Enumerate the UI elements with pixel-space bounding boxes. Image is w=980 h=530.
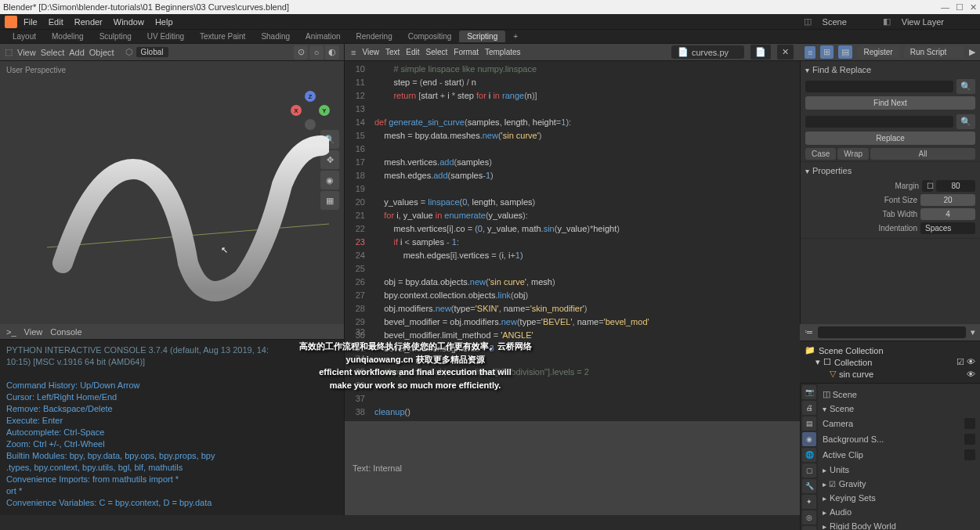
indent-value[interactable]: Spaces <box>920 222 975 234</box>
code-line[interactable]: 23 if i < samples - 1: <box>345 236 800 249</box>
tab-rendering[interactable]: Rendering <box>349 31 400 42</box>
prop-tab-render-icon[interactable]: 📷 <box>802 385 816 399</box>
prop-tab-world-icon[interactable]: 🌐 <box>802 448 816 462</box>
vp-menu-add[interactable]: Add <box>69 48 85 57</box>
prop-tab-viewlayer-icon[interactable]: ▤ <box>802 416 816 431</box>
te-menu-edit[interactable]: Edit <box>406 48 419 56</box>
tab-scripting[interactable]: Scripting <box>459 31 505 42</box>
prop-tab-modifier-icon[interactable]: 🔧 <box>802 479 816 493</box>
tab-layout[interactable]: Layout <box>5 31 44 42</box>
scene-section[interactable]: ▾ Scene <box>823 402 975 416</box>
outliner-object[interactable]: ▽sin curve👁 <box>805 368 975 380</box>
tab-animation[interactable]: Animation <box>298 31 348 42</box>
prop-tab-object-icon[interactable]: ▢ <box>802 463 816 478</box>
outliner-icon[interactable]: ≔ <box>805 327 813 337</box>
code-line[interactable]: 26 obj = bpy.data.objects.new('sin curve… <box>345 276 800 289</box>
prop-tab-constraint-icon[interactable]: ⛓ <box>802 526 816 530</box>
code-line[interactable]: 11 step = (end - start) / n <box>345 76 800 89</box>
code-line[interactable]: 29 bevel_modifier = obj.modifiers.new(ty… <box>345 315 800 329</box>
rigidbody-section[interactable]: ▸ Rigid Body World <box>823 519 975 530</box>
outliner-root[interactable]: 📁Scene Collection <box>805 344 975 356</box>
te-menu-select[interactable]: Select <box>426 48 448 56</box>
code-line[interactable]: 18 mesh.edges.add(samples-1) <box>345 169 800 182</box>
te-menu-text[interactable]: Text <box>385 48 400 56</box>
vp-menu-object[interactable]: Object <box>89 48 114 57</box>
menu-window[interactable]: Window <box>109 16 149 28</box>
prop-tab-output-icon[interactable]: 🖨 <box>802 401 816 415</box>
vp-menu-view[interactable]: View <box>17 48 36 57</box>
editor-type-icon[interactable]: ⬚ <box>5 47 13 57</box>
new-file-icon[interactable]: 📄 <box>750 45 771 59</box>
code-line[interactable]: 15 mesh = bpy.data.meshes.new('sin curve… <box>345 129 800 142</box>
prop-tab-scene-icon[interactable]: ◉ <box>802 432 816 446</box>
code-line[interactable]: 38cleanup() <box>345 406 800 419</box>
transform-orient[interactable]: Global <box>136 47 168 57</box>
code-line[interactable]: 25 <box>345 262 800 276</box>
tab-sculpting[interactable]: Sculpting <box>92 31 139 42</box>
code-line[interactable]: 27 bpy.context.collection.objects.link(o… <box>345 289 800 302</box>
blender-logo-icon[interactable] <box>5 16 17 28</box>
register-button[interactable]: Register <box>857 46 899 58</box>
code-line[interactable]: 16 <box>345 142 800 156</box>
code-line[interactable]: 12 return [start + i * step for i in ran… <box>345 89 800 103</box>
margin-value[interactable]: 80 <box>936 180 975 192</box>
find-input[interactable] <box>805 81 953 92</box>
console-editor-icon[interactable]: >_ <box>6 327 16 337</box>
clip-field[interactable] <box>964 449 975 460</box>
fontsize-value[interactable]: 20 <box>920 194 975 206</box>
audio-section[interactable]: ▸ Audio <box>823 505 975 519</box>
3d-viewport[interactable]: ⬚ View Select Add Object ⬡ Global ⊙ ○ ◐ … <box>0 44 345 324</box>
wrap-toggle[interactable]: Wrap <box>837 148 869 160</box>
code-line[interactable]: 19 <box>345 182 800 196</box>
prop-tab-particle-icon[interactable]: ✦ <box>802 495 816 509</box>
viewlayer-selector[interactable]: View Layer <box>895 16 975 28</box>
code-line[interactable]: 21 for i, y_value in enumerate(y_values)… <box>345 209 800 222</box>
properties-header[interactable]: ▾ Properties <box>805 164 975 178</box>
gravity-section[interactable]: ▸ ☑ Gravity <box>823 477 975 491</box>
code-line[interactable]: 36 <box>345 379 800 392</box>
scene-selector[interactable]: Scene <box>816 16 878 28</box>
snap-icon[interactable]: ⊙ <box>294 45 308 59</box>
te-menu-format[interactable]: Format <box>454 48 479 56</box>
proportional-icon[interactable]: ○ <box>309 45 324 59</box>
vp-menu-select[interactable]: Select <box>41 48 65 57</box>
tab-uv[interactable]: UV Editing <box>139 31 192 42</box>
margin-checkbox[interactable]: ☐ <box>922 180 933 192</box>
shading-icon[interactable]: ◐ <box>325 45 339 59</box>
replace-button[interactable]: Replace <box>805 132 975 145</box>
tab-add[interactable]: + <box>505 31 526 42</box>
camera-field[interactable] <box>964 418 975 429</box>
text-filename[interactable]: 📄 curves.py <box>671 45 744 59</box>
run-icon[interactable]: ▶ <box>969 47 975 57</box>
tabwidth-value[interactable]: 4 <box>920 208 975 220</box>
menu-render[interactable]: Render <box>70 16 107 28</box>
tab-shading[interactable]: Shading <box>253 31 298 42</box>
toggle-2-icon[interactable]: ⊞ <box>820 45 834 59</box>
find-next-button[interactable]: Find Next <box>805 96 975 110</box>
close-icon[interactable]: ✕ <box>970 2 977 13</box>
code-line[interactable]: 35 #bpy.context.object.modifiers["Subdiv… <box>345 366 800 379</box>
console-output[interactable]: PYTHON INTERACTIVE CONSOLE 3.7.4 (defaul… <box>0 340 344 515</box>
maximize-icon[interactable]: ☐ <box>956 2 964 13</box>
run-script-button[interactable]: Run Script <box>904 46 964 58</box>
menu-file[interactable]: File <box>19 16 42 28</box>
code-line[interactable]: 28 obj.modifiers.new(type='SKIN', name='… <box>345 302 800 315</box>
all-toggle[interactable]: All <box>870 148 975 160</box>
filter-icon[interactable]: ▾ <box>971 327 975 337</box>
case-toggle[interactable]: Case <box>805 148 836 160</box>
code-line[interactable]: 17 mesh.vertices.add(samples) <box>345 156 800 169</box>
menu-edit[interactable]: Edit <box>44 16 68 28</box>
code-line[interactable]: 22 mesh.vertices[i].co = (0, y_value, ma… <box>345 222 800 236</box>
find-replace-header[interactable]: ▾ Find & Replace <box>805 63 975 77</box>
find-search-icon[interactable]: 🔍 <box>956 79 975 94</box>
code-line[interactable]: 14def generate_sin_curve(samples, length… <box>345 116 800 129</box>
code-line[interactable]: 10 # simple linspace like numpy.linspace <box>345 63 800 76</box>
bg-field[interactable] <box>964 434 975 445</box>
code-line[interactable]: 30 bevel_modifier.limit_method = 'ANGLE' <box>345 329 800 342</box>
toggle-3-icon[interactable]: ▤ <box>838 45 852 59</box>
console-menu-view[interactable]: View <box>24 327 43 337</box>
minimize-icon[interactable]: — <box>941 2 949 13</box>
code-line[interactable]: 37 <box>345 392 800 406</box>
units-section[interactable]: ▸ Units <box>823 463 975 477</box>
code-line[interactable]: 20 y_values = linspace(0, length, sample… <box>345 196 800 209</box>
